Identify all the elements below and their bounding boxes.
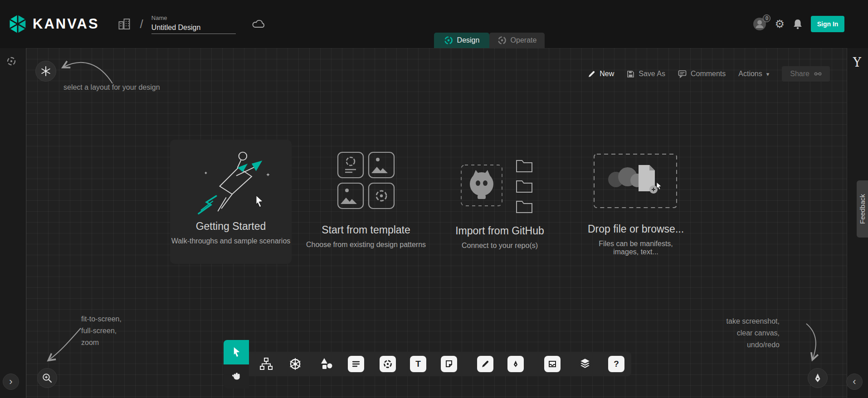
shapes-tool[interactable] [317,355,336,373]
settings-gear-icon[interactable]: ⚙ [775,19,785,29]
sticky-note-tile [441,356,457,372]
save-icon [627,70,634,78]
edit-tool[interactable] [476,355,494,373]
helm-wheel-icon [288,357,302,371]
sitemap-icon [259,357,273,371]
organization-icon[interactable] [117,17,131,31]
pencil-icon [588,70,595,78]
note-tool[interactable] [440,355,458,373]
toolbar-dock: T [249,352,631,376]
comment-tool[interactable] [347,355,365,373]
edit-tile [477,356,493,372]
name-label: Name [151,15,236,21]
start-from-template-card[interactable]: Start from template Choose from existing… [300,149,432,249]
expand-right-panel-button[interactable]: ‹ [846,374,863,390]
design-name-input[interactable] [151,23,236,34]
notification-badge: 0 [763,15,770,22]
text-tool-tile: T [410,356,426,372]
operate-tab-label: Operate [511,36,537,44]
screenshot-hint-arrow [793,320,829,365]
header: KANVAS / Name Design Oper [0,0,868,48]
main-area: select a layout for your design New Save… [0,48,868,398]
component-tool[interactable] [379,355,397,373]
tray-icon [548,359,557,369]
tab-operate[interactable]: Operate [489,33,545,48]
import-tray-tool[interactable] [543,355,561,373]
zoom-hint-arrow [41,324,86,365]
kanvas-logo-text: KANVAS [33,16,99,32]
chevron-left-icon: ‹ [853,377,856,387]
rocket-illustration [176,143,286,220]
comments-icon [678,70,687,78]
left-rail [0,48,26,398]
design-tab-label: Design [457,36,480,44]
feedback-label: Feedback [858,194,866,224]
fountain-pen-icon [812,373,823,383]
option-subtitle: Files can be manifests, images, text... [585,240,687,256]
option-title: Start from template [322,224,410,236]
getting-started-card[interactable]: Getting Started Walk-throughs and sample… [170,140,292,264]
pen-tool[interactable] [507,355,525,373]
meshery-swirl-icon [383,359,393,369]
template-grid-illustration [334,149,398,212]
new-button[interactable]: New [588,70,614,78]
expand-left-panel-button[interactable]: › [3,374,19,390]
drop-file-card[interactable]: Drop file or browse... Files can be mani… [585,152,687,256]
help-tool[interactable]: ? [607,355,625,373]
relationship-tool[interactable] [257,355,275,373]
pencil-edit-icon [481,360,489,368]
comment-tile [348,356,364,372]
sign-in-button[interactable]: Sign In [811,16,844,32]
option-title: Import from GitHub [455,225,544,237]
notifications-bell-icon[interactable] [792,18,803,30]
sticky-note-icon [444,359,454,369]
tab-design[interactable]: Design [434,33,489,48]
cursor-arrow-icon [230,346,242,359]
sparkle-icon [40,66,51,77]
github-illustration [448,156,552,218]
comment-lines-icon [351,359,361,369]
option-subtitle: Walk-throughs and sample scenarios [171,237,291,245]
import-from-github-card[interactable]: Import from GitHub Connect to your repo(… [437,156,562,250]
option-subtitle: Connect to your repo(s) [462,242,538,250]
magnifier-icon [42,373,53,383]
breadcrumb-separator: / [140,17,143,31]
option-subtitle: Choose from existing design patterns [306,241,426,249]
layout-hint-text: select a layout for your design [63,83,160,92]
kanvas-logo-icon[interactable] [7,14,28,34]
mouse-pointer-icon [252,194,266,209]
pointer-tool[interactable] [224,340,249,364]
hand-icon [230,371,242,383]
layout-sparkle-button[interactable] [35,61,56,82]
layers-tool[interactable] [576,355,594,373]
feedback-tab[interactable]: Feedback [857,180,868,238]
zoom-button[interactable] [37,368,57,388]
kubernetes-tool[interactable] [286,355,304,373]
design-name-field: Name [151,15,236,34]
component-tile [380,356,396,372]
chevron-down-icon: ▾ [766,71,770,78]
chevron-right-icon: › [9,377,12,387]
save-as-button[interactable]: Save As [627,70,665,78]
provider-icon[interactable]: 0 [752,17,767,31]
actions-dropdown[interactable]: Actions ▾ [738,70,769,78]
operate-tab-icon [497,36,507,45]
pen-tools-button[interactable] [808,368,828,388]
pen-nib-icon [512,360,520,368]
screenshot-hint-text: take screenshot, clear canvas, undo/redo [698,315,780,351]
share-button[interactable]: Share [782,66,830,82]
design-tab-icon [444,36,453,45]
text-tool[interactable]: T [409,355,427,373]
pan-tool[interactable] [224,364,249,388]
canvas-toolbar: New Save As Comments Actions ▾ Share [588,66,830,82]
cloud-sync-icon[interactable] [251,19,267,29]
option-title: Getting Started [196,220,266,233]
option-title: Drop file or browse... [588,223,684,235]
pen-tile [507,356,524,372]
layer5-logo[interactable]: Y [850,55,864,69]
help-tile: ? [608,356,624,372]
zoom-hint-text: fit-to-screen, full-screen, zoom [81,313,122,349]
drop-file-illustration [592,152,679,211]
comments-button[interactable]: Comments [678,70,726,78]
header-right: 0 ⚙ Sign In [752,16,844,32]
